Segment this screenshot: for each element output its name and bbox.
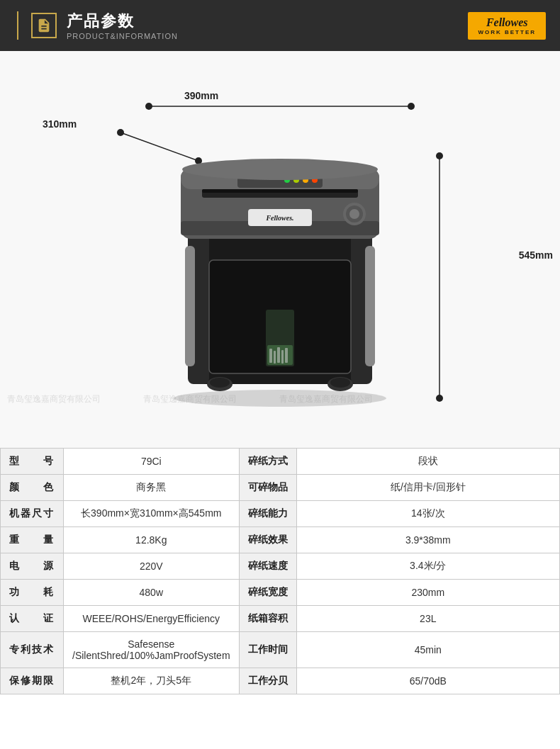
table-row: 电 源220V碎纸速度3.4米/分 (1, 553, 560, 580)
spec-label-right: 碎纸速度 (239, 553, 296, 580)
svg-point-20 (330, 378, 350, 388)
table-row: 功 耗480w碎纸宽度230mm (1, 580, 560, 606)
dimension-width-label: 390mm (184, 90, 218, 101)
table-row: 认 证WEEE/ROHS/EnergyEfficiency纸箱容积23L (1, 606, 560, 632)
spec-value-left: Safesense /SilentShred/100%JamProofSyste… (64, 632, 240, 668)
spec-value-right: 65/70dB (296, 668, 559, 694)
svg-rect-40 (277, 347, 280, 363)
spec-value-right: 45min (296, 632, 559, 668)
product-image: Fellowes. (145, 104, 415, 402)
spec-value-left: WEEE/ROHS/EnergyEfficiency (64, 606, 240, 632)
spec-label-right: 可碎物品 (239, 475, 296, 501)
brand-name: Fellowes (486, 16, 528, 29)
document-icon (31, 13, 57, 38)
table-row: 重 量12.8Kg碎纸效果3.9*38mm (1, 527, 560, 553)
brand-tagline: WORK BETTER (478, 29, 536, 35)
header-left: 产品参数 PRODUCT&INFORMATION (14, 11, 178, 40)
spec-value-right: 3.4米/分 (296, 553, 559, 580)
spec-label-left: 专利技术 (1, 632, 64, 668)
spec-label-right: 碎纸方式 (239, 449, 296, 475)
svg-point-8 (436, 395, 443, 402)
spec-label-left: 电 源 (1, 553, 64, 580)
spec-label-right: 工作分贝 (239, 668, 296, 694)
spec-label-left: 机器尺寸 (1, 501, 64, 527)
table-row: 专利技术Safesense /SilentShred/100%JamProofS… (1, 632, 560, 668)
spec-value-right: 230mm (296, 580, 559, 606)
spec-label-left: 颜 色 (1, 475, 64, 501)
header-text: 产品参数 PRODUCT&INFORMATION (67, 11, 178, 40)
spec-value-left: 480w (64, 580, 240, 606)
svg-point-33 (349, 209, 359, 219)
header: 产品参数 PRODUCT&INFORMATION Fellowes WORK B… (0, 0, 560, 51)
spec-value-left: 12.8Kg (64, 527, 240, 553)
svg-rect-13 (185, 246, 195, 366)
spec-value-right: 23L (296, 606, 559, 632)
spec-label-right: 碎纸宽度 (239, 580, 296, 606)
spec-value-right: 段状 (296, 449, 559, 475)
table-row: 机器尺寸长390mm×宽310mm×高545mm碎纸能力14张/次 (1, 501, 560, 527)
dimension-height-label: 545mm (519, 249, 553, 261)
svg-point-7 (436, 152, 443, 159)
spec-label-left: 功 耗 (1, 580, 64, 606)
svg-point-18 (210, 378, 230, 388)
fellowes-logo: Fellowes WORK BETTER (468, 12, 546, 40)
spec-value-left: 长390mm×宽310mm×高545mm (64, 501, 240, 527)
spec-label-right: 纸箱容积 (239, 606, 296, 632)
product-section: 390mm 310mm 545mm (0, 51, 560, 448)
svg-point-44 (182, 159, 378, 180)
specs-table-section: 型 号79Ci碎纸方式段状颜 色商务黑可碎物品纸/信用卡/回形针机器尺寸长390… (0, 448, 560, 694)
spec-label-left: 认 证 (1, 606, 64, 632)
spec-label-right: 碎纸效果 (239, 527, 296, 553)
spec-label-left: 保修期限 (1, 668, 64, 694)
svg-rect-39 (274, 351, 276, 364)
svg-point-4 (117, 129, 124, 136)
spec-value-right: 纸/信用卡/回形针 (296, 475, 559, 501)
spec-value-right: 14张/次 (296, 501, 559, 527)
section-title: 产品参数 (67, 11, 178, 32)
spec-value-left: 商务黑 (64, 475, 240, 501)
spec-label-right: 碎纸能力 (239, 501, 296, 527)
svg-rect-41 (281, 350, 284, 364)
table-row: 型 号79Ci碎纸方式段状 (1, 449, 560, 475)
spec-value-left: 整机2年，刀头5年 (64, 668, 240, 694)
spec-label-right: 工作时间 (239, 632, 296, 668)
svg-rect-42 (285, 348, 288, 363)
dimension-depth-label: 310mm (43, 118, 77, 130)
header-divider-line (17, 11, 18, 40)
svg-point-9 (174, 390, 386, 407)
spec-value-left: 79Ci (64, 449, 240, 475)
svg-rect-25 (202, 189, 358, 193)
spec-label-left: 重 量 (1, 527, 64, 553)
svg-text:Fellowes.: Fellowes. (265, 214, 293, 222)
spec-label-left: 型 号 (1, 449, 64, 475)
svg-rect-38 (269, 349, 272, 363)
spec-value-left: 220V (64, 553, 240, 580)
section-subtitle: PRODUCT&INFORMATION (67, 32, 178, 40)
watermark-text-1: 青岛玺逸嘉商贸有限公司 (7, 393, 101, 405)
table-row: 颜 色商务黑可碎物品纸/信用卡/回形针 (1, 475, 560, 501)
specs-table: 型 号79Ci碎纸方式段状颜 色商务黑可碎物品纸/信用卡/回形针机器尺寸长390… (0, 448, 560, 694)
spec-value-right: 3.9*38mm (296, 527, 559, 553)
table-row: 保修期限整机2年，刀头5年工作分贝65/70dB (1, 668, 560, 694)
svg-rect-14 (365, 246, 375, 366)
